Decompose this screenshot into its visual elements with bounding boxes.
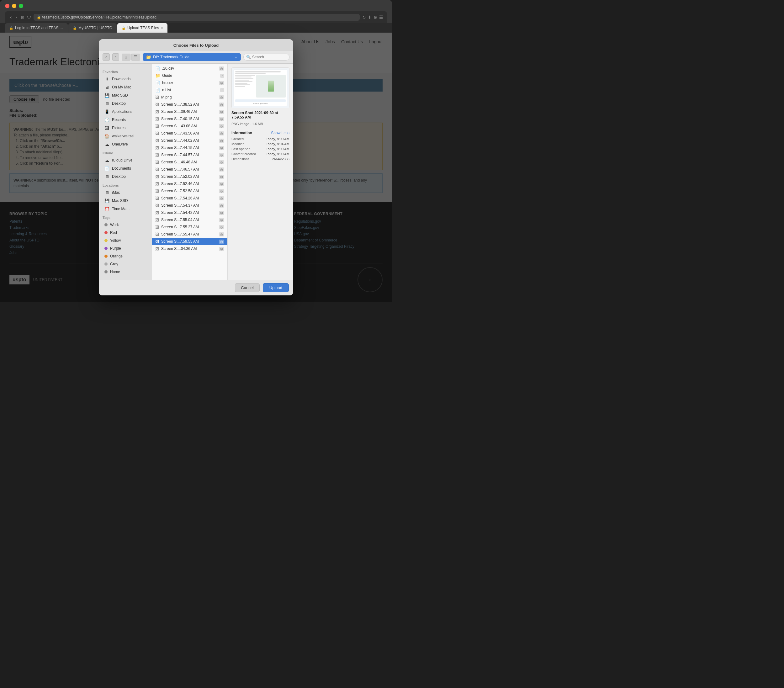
file-row-11[interactable]: 🖼 Screen S...7.44.15 AM ◎: [152, 144, 227, 151]
file-icon-3: 📄: [155, 88, 160, 92]
file-row-19[interactable]: 🖼 Screen S...7.54.37 AM ◎: [152, 202, 227, 209]
show-less-button[interactable]: Show Less: [271, 131, 290, 135]
forward-button[interactable]: ›: [14, 14, 18, 21]
tab-0[interactable]: 🔒 Log in to TEAS and TEASI | USPTO: [5, 23, 68, 33]
traffic-light-yellow[interactable]: [12, 4, 16, 8]
sidebar-item-recents[interactable]: 🕐 Recents: [100, 116, 150, 124]
sidebar-label-pictures: Pictures: [112, 126, 125, 130]
folder-path[interactable]: 📁 DIY Trademark Guide ⌄: [143, 53, 241, 61]
sidebar-item-desktop[interactable]: 🖥 Desktop: [100, 100, 150, 107]
download-icon[interactable]: ⬇: [368, 15, 372, 20]
file-row-12[interactable]: 🖼 Screen S...7.44.57 AM ◎: [152, 151, 227, 159]
sidebar-item-applications[interactable]: 📱 Applications: [100, 108, 150, 116]
file-row-16[interactable]: 🖼 Screen S...7.52.46 AM ◎: [152, 180, 227, 188]
search-input[interactable]: [252, 55, 287, 59]
file-row-24[interactable]: 🖼 Screen S...7.59.55 AM ◎: [152, 238, 227, 245]
file-row-14[interactable]: 🖼 Screen S...7.46.57 AM ◎: [152, 166, 227, 173]
file-row-20[interactable]: 🖼 Screen S...7.54.42 AM ◎: [152, 209, 227, 216]
dialog-back-button[interactable]: ‹: [102, 53, 110, 61]
file-badge-3: ↑: [220, 88, 224, 92]
sidebar-item-tag-work[interactable]: Work: [100, 221, 150, 229]
sidebar-item-macssd[interactable]: 💾 Mac SSD: [100, 92, 150, 99]
file-name-15: Screen S...7.52.02 AM: [161, 174, 217, 179]
file-badge-10: ◎: [219, 138, 224, 143]
preview-lastopened-value: Today, 8:00 AM: [266, 147, 290, 151]
sidebar-item-loc-macssd[interactable]: 💾 Mac SSD: [100, 197, 150, 205]
tab-2[interactable]: 🔒 Upload TEAS Files ×: [117, 23, 168, 33]
preview-lastopened-label: Last opened: [231, 147, 250, 151]
file-icon-12: 🖼: [155, 153, 159, 157]
preview-info-section: Information Show Less Created Today, 8:0…: [231, 131, 290, 162]
sidebar-item-tag-purple[interactable]: Purple: [100, 245, 150, 252]
preview-modified-label: Modified: [231, 142, 245, 146]
sidebar-item-onedrive[interactable]: ☁ OneDrive: [100, 140, 150, 148]
file-row-9[interactable]: 🖼 Screen S...7.43.50 AM ◎: [152, 130, 227, 137]
file-row-22[interactable]: 🖼 Screen S...7.55.27 AM ◎: [152, 224, 227, 231]
file-row-3[interactable]: 📄 n List ↑: [152, 87, 227, 94]
tags-header: Tags: [99, 213, 152, 221]
sidebar-item-documents[interactable]: 📄 Documents: [100, 165, 150, 173]
folder-icon: 📁: [146, 54, 151, 59]
preview-modified-value: Today, 8:04 AM: [266, 142, 290, 146]
preview-dimensions-label: Dimensions: [231, 157, 249, 161]
tab-1[interactable]: 🔒 MyUSPTO | USPTO: [68, 23, 117, 33]
file-row-6[interactable]: 🖼 Screen S....39.46 AM ◎: [152, 108, 227, 115]
file-row-10[interactable]: 🖼 Screen S...7.44.02 AM ◎: [152, 137, 227, 144]
file-row-13[interactable]: 🖼 Screen S....46.48 AM ◎: [152, 159, 227, 166]
back-button[interactable]: ‹: [9, 14, 13, 21]
sidebar-item-icloudrive[interactable]: ☁ iCloud Drive: [100, 156, 150, 164]
file-row-5[interactable]: 🖼 Screen S...7.38.52 AM ◎: [152, 101, 227, 108]
sidebar-item-tag-yellow[interactable]: Yellow: [100, 237, 150, 244]
sidebar-item-tag-orange[interactable]: Orange: [100, 252, 150, 260]
new-tab-icon[interactable]: ⊕: [374, 15, 377, 20]
file-row-15[interactable]: 🖼 Screen S...7.52.02 AM ◎: [152, 173, 227, 180]
sidebar-label-walkerweitzel: walkerweitzel: [112, 134, 134, 138]
file-row-17[interactable]: 🖼 Screen S...7.52.58 AM ◎: [152, 188, 227, 195]
file-row-1[interactable]: 📁 Guide ↑: [152, 72, 227, 79]
sidebar-item-walkerweitzel[interactable]: 🏠 walkerweitzel: [100, 132, 150, 140]
tag-dot-work: [104, 223, 107, 226]
preview-dimensions-row: Dimensions 2664×2338: [231, 157, 290, 161]
sidebar-item-timemachine[interactable]: ⏰ Time Ma...: [100, 205, 150, 213]
view-list-button[interactable]: ☰: [131, 54, 140, 61]
file-row-8[interactable]: 🖼 Screen S....43.08 AM ◎: [152, 123, 227, 130]
cancel-button[interactable]: Cancel: [235, 283, 259, 292]
file-badge-4: ◎: [219, 95, 224, 99]
search-box[interactable]: 🔍: [243, 54, 290, 61]
sidebar-item-pictures[interactable]: 🖼 Pictures: [100, 124, 150, 132]
file-row-18[interactable]: 🖼 Screen S...7.54.26 AM ◎: [152, 195, 227, 202]
tag-label-gray: Gray: [110, 262, 118, 266]
file-row-23[interactable]: 🖼 Screen S...7.55.47 AM ◎: [152, 231, 227, 238]
dialog-body: Favorites ⬇ Downloads 🖥 On My Mac 💾 Mac …: [99, 64, 293, 280]
pictures-icon: 🖼: [104, 126, 109, 130]
file-row-25[interactable]: 🖼 Screen S....04.36 AM ◎: [152, 245, 227, 252]
tab-close-2[interactable]: ×: [161, 26, 163, 30]
file-icon-11: 🖼: [155, 145, 159, 150]
sidebar-item-icloud-desktop[interactable]: 🖥 Desktop: [100, 173, 150, 181]
sidebar-item-tag-red[interactable]: Red: [100, 229, 150, 237]
sidebar-item-downloads[interactable]: ⬇ Downloads: [100, 75, 150, 83]
file-name-24: Screen S...7.59.55 AM: [161, 239, 217, 244]
file-list: 📄 .20.csv ◎ 📁 Guide ↑ 📄 hn.csv ◎: [152, 64, 227, 280]
sidebar-item-onmymac[interactable]: 🖥 On My Mac: [100, 84, 150, 91]
refresh-icon[interactable]: ↻: [362, 15, 366, 20]
address-bar[interactable]: 🔒 teasmedia.uspto.gov/UploadService/File…: [33, 14, 360, 21]
view-buttons: ⊞ ☰: [122, 54, 140, 61]
file-row-7[interactable]: 🖼 Screen S...7.40.15 AM ◎: [152, 115, 227, 123]
file-name-22: Screen S...7.55.27 AM: [161, 225, 217, 229]
menu-icon[interactable]: ☰: [379, 15, 383, 20]
file-row-4[interactable]: 🖼 M.png ◎: [152, 94, 227, 101]
view-grid-button[interactable]: ⊞: [122, 54, 130, 61]
file-row-2[interactable]: 📄 hn.csv ◎: [152, 79, 227, 87]
file-row-21[interactable]: 🖼 Screen S...7.55.04 AM ◎: [152, 216, 227, 224]
traffic-light-green[interactable]: [19, 4, 23, 8]
sidebar-item-imac[interactable]: 🖥 iMac: [100, 189, 150, 197]
upload-button[interactable]: Upload: [263, 283, 289, 292]
tab-favicon-1: 🔒: [73, 26, 76, 30]
sidebar-item-tag-gray[interactable]: Gray: [100, 260, 150, 268]
sidebar-item-tag-home[interactable]: Home: [100, 268, 150, 276]
preview-created-value: Today, 8:00 AM: [266, 137, 290, 141]
dialog-forward-button[interactable]: ›: [112, 53, 120, 61]
file-row-0[interactable]: 📄 .20.csv ◎: [152, 65, 227, 72]
traffic-light-red[interactable]: [5, 4, 10, 8]
